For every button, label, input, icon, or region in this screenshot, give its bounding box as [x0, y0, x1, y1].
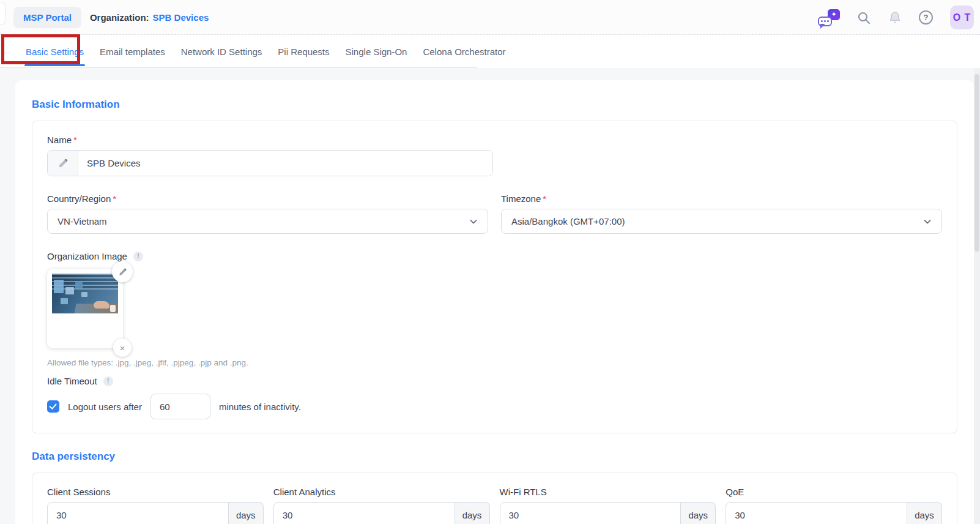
- user-avatar[interactable]: O T: [950, 6, 974, 29]
- wifi-rtls-input[interactable]: [500, 502, 681, 524]
- tab-single-sign-on[interactable]: Single Sign-On: [346, 36, 407, 66]
- chevron-down-icon: [923, 217, 932, 226]
- coffee-mug: [110, 305, 116, 312]
- notifications-bell-icon[interactable]: [888, 10, 902, 25]
- client-analytics-label: Client Analytics: [273, 487, 490, 497]
- logout-users-checkbox[interactable]: [47, 400, 59, 413]
- client-sessions-input[interactable]: [47, 502, 229, 524]
- data-persistency-card: Client Sessions days Client Analytics da…: [32, 473, 957, 524]
- idle-timeout-label: Idle Timeout: [47, 376, 97, 386]
- client-analytics-field: Client Analytics days: [273, 487, 490, 524]
- vertical-scrollbar[interactable]: [974, 68, 980, 524]
- tab-pii-requests[interactable]: Pii Requests: [278, 36, 329, 66]
- timezone-select[interactable]: Asia/Bangkok (GMT+07:00): [501, 209, 942, 234]
- qoe-input[interactable]: [726, 502, 907, 524]
- chevron-down-icon: [469, 217, 478, 226]
- wifi-rtls-label: Wi-Fi RTLS: [500, 487, 716, 497]
- sidebar-edge: [0, 2, 6, 25]
- country-select[interactable]: VN-Vietnam: [47, 209, 488, 234]
- timezone-label: Timezone*: [501, 193, 942, 204]
- required-marker: *: [543, 193, 546, 204]
- remove-image-button[interactable]: ×: [113, 339, 132, 357]
- timezone-field: Timezone* Asia/Bangkok (GMT+07:00): [501, 193, 942, 234]
- days-unit-suffix: days: [455, 502, 490, 524]
- client-analytics-input[interactable]: [273, 502, 455, 524]
- msp-portal-button[interactable]: MSP Portal: [13, 7, 81, 28]
- scrollbar-thumb[interactable]: [974, 74, 979, 252]
- tab-celona-orchestrator[interactable]: Celona Orchestrator: [423, 36, 505, 66]
- organization-image-card: ×: [47, 269, 123, 348]
- qoe-label: QoE: [726, 487, 942, 497]
- hands-typing: [94, 301, 110, 309]
- organization-link[interactable]: SPB Devices: [153, 12, 209, 23]
- required-marker: *: [113, 193, 116, 204]
- country-value: VN-Vietnam: [58, 216, 107, 226]
- data-persistency-title: Data persistency: [32, 451, 957, 463]
- help-icon[interactable]: ?: [919, 10, 934, 25]
- organization-image-label: Organization Image: [47, 251, 127, 261]
- name-input[interactable]: [78, 151, 492, 176]
- basic-settings-panel: Basic Information Name* Country/Region*: [15, 80, 974, 524]
- settings-tabbar: Basic Settings Email templates Network I…: [0, 35, 980, 68]
- days-unit-suffix: days: [229, 502, 264, 524]
- country-field: Country/Region* VN-Vietnam: [47, 193, 488, 234]
- qoe-field: QoE days: [726, 487, 942, 524]
- top-header: MSP Portal Organization:SPB Devices ✦ ? …: [0, 0, 980, 35]
- pencil-icon: [118, 268, 127, 277]
- chat-bubble-icon: [818, 17, 832, 26]
- client-sessions-label: Client Sessions: [47, 487, 264, 497]
- organization-image-thumbnail: [52, 274, 118, 313]
- logout-text-after: minutes of inactivity.: [219, 402, 301, 412]
- name-label: Name*: [47, 135, 942, 145]
- name-field-group: [47, 150, 493, 176]
- timezone-value: Asia/Bangkok (GMT+07:00): [511, 216, 625, 226]
- days-unit-suffix: days: [907, 502, 942, 524]
- idle-timeout-minutes-input[interactable]: [150, 394, 210, 419]
- days-unit-suffix: days: [681, 502, 716, 524]
- info-icon[interactable]: !: [133, 252, 143, 261]
- tab-network-id-settings[interactable]: Network ID Settings: [181, 36, 262, 66]
- basic-information-title: Basic Information: [32, 99, 957, 111]
- info-icon[interactable]: !: [103, 376, 113, 386]
- organization-label: Organization:: [90, 12, 149, 23]
- search-icon[interactable]: [856, 10, 871, 25]
- pencil-icon: [48, 151, 78, 176]
- basic-information-card: Name* Country/Region* VN-Vietn: [32, 121, 957, 433]
- country-label: Country/Region*: [47, 193, 488, 204]
- ai-assistant-icon[interactable]: ✦: [818, 8, 840, 28]
- organization-breadcrumb: Organization:SPB Devices: [90, 12, 209, 23]
- wifi-rtls-field: Wi-Fi RTLS days: [500, 487, 716, 524]
- edit-image-button[interactable]: [112, 261, 133, 282]
- logout-text-before: Logout users after: [68, 402, 142, 412]
- client-sessions-field: Client Sessions days: [47, 487, 264, 524]
- settings-content: Basic Information Name* Country/Region*: [0, 68, 980, 524]
- required-marker: *: [73, 135, 77, 145]
- tab-basic-settings[interactable]: Basic Settings: [26, 36, 84, 66]
- tab-email-templates[interactable]: Email templates: [100, 36, 165, 66]
- allowed-file-types-text: Allowed file types: .jpg, .jpeg, .jfif, …: [47, 358, 942, 367]
